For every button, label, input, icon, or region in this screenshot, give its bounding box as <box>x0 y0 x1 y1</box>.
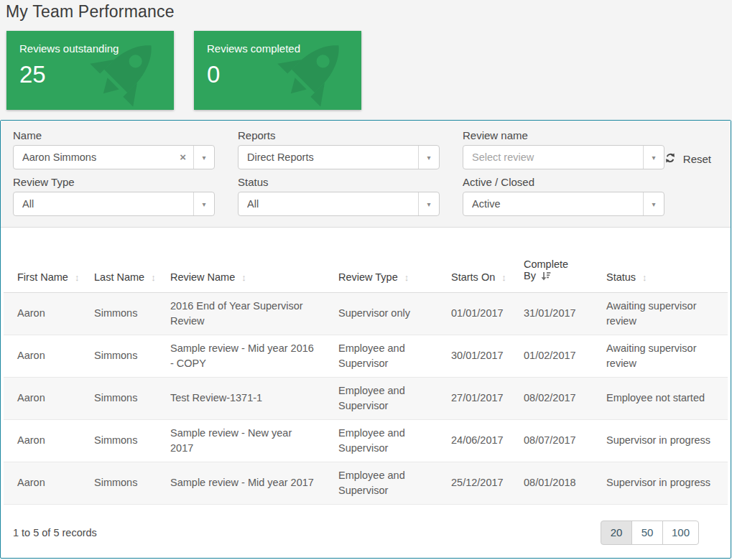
filter-field-review-type: Review Type All ▾ <box>13 176 215 216</box>
select-placeholder: Select review <box>472 151 643 163</box>
dropdown-arrow-icon[interactable]: ▾ <box>643 146 664 169</box>
page-size-selector: 20 50 100 <box>601 521 699 545</box>
column-header-review-type[interactable]: Review Type↕ <box>325 228 437 292</box>
dropdown-arrow-icon[interactable]: ▾ <box>418 192 439 215</box>
review-type-cell: Supervisor only <box>325 292 437 335</box>
clear-icon[interactable]: × <box>175 151 193 164</box>
active-closed-select[interactable]: Active ▾ <box>463 192 664 216</box>
field-label: Name <box>13 129 215 141</box>
filter-field-reports: Reports Direct Reports ▾ <box>238 129 440 169</box>
last-name-cell: Simmons <box>80 419 157 462</box>
dropdown-arrow-icon[interactable]: ▾ <box>193 146 214 169</box>
page-title: My Team Performance <box>6 2 726 22</box>
column-header-review-name[interactable]: Review Name↕ <box>157 228 325 292</box>
column-header-status[interactable]: Status↕ <box>593 228 728 292</box>
complete-by-cell: 08/07/2017 <box>510 419 593 462</box>
starts-on-cell: 30/01/2017 <box>437 335 510 377</box>
table-footer: 1 to 5 of 5 records 20 50 100 <box>1 505 731 545</box>
status-cell: Supervisor in progress <box>593 462 728 504</box>
status-cell: Awaiting supervisor review <box>593 335 728 377</box>
review-name-cell: Sample review - New year 2017 <box>157 419 325 462</box>
dropdown-arrow-icon[interactable]: ▾ <box>643 192 664 215</box>
field-label: Active / Closed <box>463 176 664 188</box>
dropdown-arrow-icon[interactable]: ▾ <box>418 146 439 169</box>
filter-bar: Name Aaron Simmons × ▾ Reports Direct Re… <box>1 121 731 228</box>
review-type-cell: Employee and Supervisor <box>325 377 437 419</box>
page-size-20-button[interactable]: 20 <box>601 521 632 545</box>
sort-icon: ↕ <box>404 272 409 283</box>
first-name-cell: Aaron <box>4 462 80 504</box>
table-row[interactable]: Aaron Simmons Sample review - Mid year 2… <box>4 462 728 504</box>
field-label: Status <box>238 176 440 188</box>
page-header: My Team Performance Reviews outstanding … <box>0 0 732 110</box>
select-value: Aaron Simmons <box>22 151 175 163</box>
last-name-cell: Simmons <box>80 335 157 377</box>
starts-on-cell: 24/06/2017 <box>437 419 510 462</box>
table-header-row: First Name↕ Last Name↕ Review Name↕ Revi… <box>4 228 728 292</box>
table-row[interactable]: Aaron Simmons 2016 End of Year Superviso… <box>4 292 728 335</box>
status-cell: Awaiting supervisor review <box>593 292 728 335</box>
review-name-cell: Sample review - Mid year 2016 - COPY <box>157 335 325 377</box>
reset-button[interactable]: Reset <box>664 152 711 166</box>
review-name-cell: 2016 End of Year Supervisor Review <box>157 292 325 335</box>
last-name-cell: Simmons <box>80 462 157 504</box>
review-name-cell: Sample review - Mid year 2017 <box>157 462 325 504</box>
filter-field-status: Status All ▾ <box>238 176 440 216</box>
review-type-select[interactable]: All ▾ <box>13 192 215 216</box>
reviews-outstanding-card: Reviews outstanding 25 <box>6 31 174 110</box>
page-size-50-button[interactable]: 50 <box>631 521 663 545</box>
review-name-select[interactable]: Select review ▾ <box>463 145 664 169</box>
review-type-cell: Employee and Supervisor <box>325 419 437 462</box>
sort-asc-icon <box>541 271 551 283</box>
reviews-completed-card: Reviews completed 0 <box>194 31 361 110</box>
starts-on-cell: 25/12/2017 <box>437 462 510 504</box>
last-name-cell: Simmons <box>80 292 157 335</box>
review-type-cell: Employee and Supervisor <box>325 462 437 504</box>
sort-icon: ↕ <box>151 272 156 283</box>
name-select[interactable]: Aaron Simmons × ▾ <box>13 145 215 169</box>
page-size-100-button[interactable]: 100 <box>662 521 699 545</box>
dropdown-arrow-icon[interactable]: ▾ <box>193 192 214 215</box>
filter-field-review-name: Review name Select review ▾ <box>463 129 664 169</box>
sort-icon: ↕ <box>241 272 246 283</box>
column-header-first-name[interactable]: First Name↕ <box>4 228 80 292</box>
reset-label: Reset <box>683 153 711 165</box>
records-count: 1 to 5 of 5 records <box>13 527 97 538</box>
field-label: Review Type <box>13 176 215 188</box>
field-label: Reports <box>238 129 440 141</box>
column-header-last-name[interactable]: Last Name↕ <box>80 228 157 292</box>
select-value: All <box>22 198 193 210</box>
column-header-starts-on[interactable]: Starts On↕ <box>437 228 510 292</box>
status-select[interactable]: All ▾ <box>238 192 440 216</box>
reviews-table: First Name↕ Last Name↕ Review Name↕ Revi… <box>4 228 728 505</box>
sort-icon: ↕ <box>75 272 80 283</box>
select-value: Direct Reports <box>247 151 418 163</box>
complete-by-cell: 08/01/2018 <box>510 462 593 504</box>
filter-field-name: Name Aaron Simmons × ▾ <box>13 129 215 169</box>
select-value: All <box>247 198 418 210</box>
complete-by-cell: 08/02/2017 <box>510 377 593 419</box>
starts-on-cell: 01/01/2017 <box>437 292 510 335</box>
first-name-cell: Aaron <box>4 419 80 462</box>
results-table-container: First Name↕ Last Name↕ Review Name↕ Revi… <box>1 228 731 505</box>
filter-field-active-closed: Active / Closed Active ▾ <box>463 176 664 216</box>
starts-on-cell: 27/01/2017 <box>437 377 510 419</box>
sort-icon: ↕ <box>501 272 506 283</box>
column-header-complete-by[interactable]: Complete By <box>510 228 593 292</box>
first-name-cell: Aaron <box>4 377 80 419</box>
select-value: Active <box>472 198 643 210</box>
reports-select[interactable]: Direct Reports ▾ <box>238 145 440 169</box>
summary-cards: Reviews outstanding 25 Reviews completed… <box>6 31 726 110</box>
table-row[interactable]: Aaron Simmons Test Review-1371-1 Employe… <box>4 377 728 419</box>
complete-by-cell: 31/01/2017 <box>510 292 593 335</box>
table-row[interactable]: Aaron Simmons Sample review - New year 2… <box>4 419 728 462</box>
last-name-cell: Simmons <box>80 377 157 419</box>
complete-by-cell: 01/02/2017 <box>510 335 593 377</box>
table-row[interactable]: Aaron Simmons Sample review - Mid year 2… <box>4 335 728 377</box>
first-name-cell: Aaron <box>4 335 80 377</box>
sort-icon: ↕ <box>642 272 647 283</box>
review-name-cell: Test Review-1371-1 <box>157 377 325 419</box>
field-label: Review name <box>463 129 664 141</box>
status-cell: Employee not started <box>593 377 728 419</box>
review-type-cell: Employee and Supervisor <box>325 335 437 377</box>
